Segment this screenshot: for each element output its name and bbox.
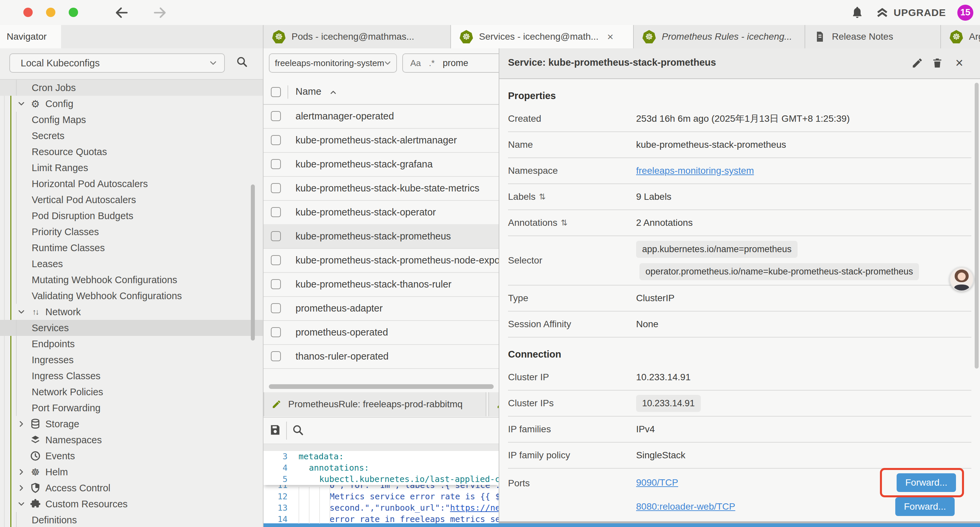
sidebar-item-storage[interactable]: Storage (0, 416, 263, 432)
sidebar-item-validating-webhook-configurations[interactable]: Validating Webhook Configurations (0, 288, 263, 304)
forward-button[interactable] (152, 5, 167, 20)
chevron-down-icon[interactable] (17, 307, 26, 317)
row-checkbox[interactable] (271, 231, 281, 241)
sidebar-item-limit-ranges[interactable]: Limit Ranges (0, 160, 263, 176)
close-icon[interactable]: × (953, 57, 965, 69)
sidebar-item-resource-quotas[interactable]: Resource Quotas (0, 144, 263, 160)
sidebar-item-runtime-classes[interactable]: Runtime Classes (0, 240, 263, 256)
sidebar-item-definitions[interactable]: Definitions (0, 512, 263, 527)
tab-prometheus-rules-icecheng[interactable]: ☸Prometheus Rules - icecheng... (634, 25, 805, 48)
avatar[interactable] (949, 267, 974, 291)
sidebar-item-network-policies[interactable]: Network Policies (0, 384, 263, 400)
maximize-window-button[interactable] (69, 8, 78, 17)
sidebar-item-ingress-classes[interactable]: Ingress Classes (0, 368, 263, 384)
namespace-link[interactable]: freeleaps-monitoring-system (636, 166, 754, 176)
forward-button[interactable]: Forward... (895, 497, 955, 516)
upgrade-button[interactable]: UPGRADE (876, 6, 946, 19)
sidebar-item-config[interactable]: ⚙Config (0, 96, 263, 112)
sidebar-item-pod-disruption-budgets[interactable]: Pod Disruption Budgets (0, 208, 263, 224)
editor-tab-partial[interactable] (488, 392, 499, 416)
sidebar-item-access-control[interactable]: Access Control (0, 480, 263, 496)
match-case-toggle[interactable]: Aa (410, 58, 421, 68)
editor-tab-prometheusrule[interactable]: PrometheusRule: freeleaps-prod-rabbitmq (264, 392, 486, 416)
tab-pods-icecheng-mathmas[interactable]: ☸Pods - icecheng@mathmas... (264, 25, 451, 48)
sidebar-item-services[interactable]: Services (0, 320, 263, 336)
table-row[interactable]: thanos-ruler-operated (264, 344, 499, 369)
row-checkbox[interactable] (271, 135, 281, 145)
sidebar-item-endpoints[interactable]: Endpoints (0, 336, 263, 352)
delete-icon[interactable] (931, 57, 943, 69)
close-tab-icon[interactable]: × (607, 31, 613, 43)
filter-input[interactable]: Aa .* prome (402, 53, 499, 73)
table-row[interactable]: kube-prometheus-stack-operator (264, 200, 499, 225)
table-row[interactable]: kube-prometheus-stack-grafana (264, 152, 499, 177)
close-window-button[interactable] (23, 8, 33, 17)
details-scrollbar[interactable] (975, 83, 978, 369)
sidebar-search-icon[interactable] (235, 56, 248, 68)
name-column-header[interactable]: Name (296, 86, 321, 97)
table-row[interactable]: kube-prometheus-stack-kube-state-metrics (264, 176, 499, 201)
row-checkbox[interactable] (271, 159, 281, 169)
namespace-select[interactable]: freeleaps-monitoring-system (269, 53, 397, 73)
sidebar-item-vertical-pod-autoscalers[interactable]: Vertical Pod Autoscalers (0, 192, 263, 208)
row-checkbox[interactable] (271, 207, 281, 217)
sidebar-item-network[interactable]: ↑↓Network (0, 304, 263, 320)
tab-services-icecheng-math[interactable]: ☸Services - icecheng@math...× (451, 25, 634, 49)
sort-ascending-icon[interactable] (329, 88, 337, 97)
navigator-tab[interactable]: Navigator (0, 25, 61, 48)
row-checkbox[interactable] (271, 111, 281, 121)
profile-badge[interactable]: 15 (957, 5, 973, 21)
table-row[interactable]: kube-prometheus-stack-prometheus (264, 224, 499, 249)
port-link[interactable]: 9090/TCP (636, 477, 880, 488)
row-checkbox[interactable] (271, 279, 281, 289)
sort-toggle-icon[interactable]: ⇅ (539, 192, 546, 201)
row-checkbox[interactable] (271, 327, 281, 337)
editor-search-icon[interactable] (291, 424, 304, 436)
sidebar-item-events[interactable]: Events (0, 448, 263, 464)
forward-button[interactable]: Forward... (897, 473, 956, 492)
regex-toggle[interactable]: .* (429, 58, 434, 68)
row-checkbox[interactable] (271, 303, 281, 313)
sidebar-item-horizontal-pod-autoscalers[interactable]: Horizontal Pod Autoscalers (0, 176, 263, 192)
horizontal-scrollbar[interactable] (269, 384, 494, 389)
sort-toggle-icon[interactable]: ⇅ (561, 218, 567, 228)
sidebar-item-secrets[interactable]: Secrets (0, 128, 263, 144)
sidebar-item-cron-jobs[interactable]: Cron Jobs (0, 80, 263, 96)
row-checkbox[interactable] (271, 183, 281, 193)
back-button[interactable] (114, 5, 129, 20)
row-checkbox[interactable] (271, 255, 281, 265)
notifications-bell-icon[interactable] (850, 5, 864, 20)
chevron-down-icon[interactable] (17, 99, 26, 108)
save-icon[interactable] (269, 424, 282, 436)
chevron-right-icon[interactable] (17, 467, 26, 477)
sidebar-item-priority-classes[interactable]: Priority Classes (0, 224, 263, 240)
sidebar-item-namespaces[interactable]: Namespaces (0, 432, 263, 448)
sidebar-item-config-maps[interactable]: Config Maps (0, 112, 263, 128)
chevron-right-icon[interactable] (17, 483, 26, 493)
select-all-checkbox[interactable] (271, 87, 281, 97)
sidebar-scrollbar[interactable] (251, 185, 255, 341)
yaml-editor[interactable]: 110", for: "1m", labels :{ service : "12… (264, 451, 499, 527)
sidebar-item-mutating-webhook-configurations[interactable]: Mutating Webhook Configurations (0, 272, 263, 288)
table-row[interactable]: kube-prometheus-stack-thanos-ruler (264, 272, 499, 297)
sidebar-item-helm[interactable]: ☸Helm (0, 464, 263, 480)
sidebar-item-ingresses[interactable]: Ingresses (0, 352, 263, 368)
kubeconfig-select[interactable]: Local Kubeconfigs (10, 53, 225, 73)
chevron-down-icon[interactable] (17, 499, 26, 509)
sidebar-item-custom-resources[interactable]: Custom Resources (0, 496, 263, 512)
table-row[interactable]: prometheus-operated (264, 320, 499, 345)
edit-icon[interactable] (911, 57, 923, 69)
table-row[interactable]: kube-prometheus-stack-alertmanager (264, 128, 499, 153)
table-row[interactable]: prometheus-adapter (264, 296, 499, 321)
tab-release-notes[interactable]: Release Notes (805, 25, 941, 48)
runbook-url-link[interactable]: https://net (450, 503, 499, 513)
sidebar-item-leases[interactable]: Leases (0, 256, 263, 272)
port-link[interactable]: 8080:reloader-web/TCP (636, 502, 895, 512)
table-row[interactable]: alertmanager-operated (264, 104, 499, 129)
sidebar-item-port-forwarding[interactable]: Port Forwarding (0, 400, 263, 416)
row-checkbox[interactable] (271, 351, 281, 361)
minimize-window-button[interactable] (46, 8, 56, 17)
tab-argo-se[interactable]: ☸Argo Se (941, 25, 980, 48)
chevron-right-icon[interactable] (17, 419, 26, 428)
table-row[interactable]: kube-prometheus-stack-prometheus-node-ex… (264, 248, 499, 273)
